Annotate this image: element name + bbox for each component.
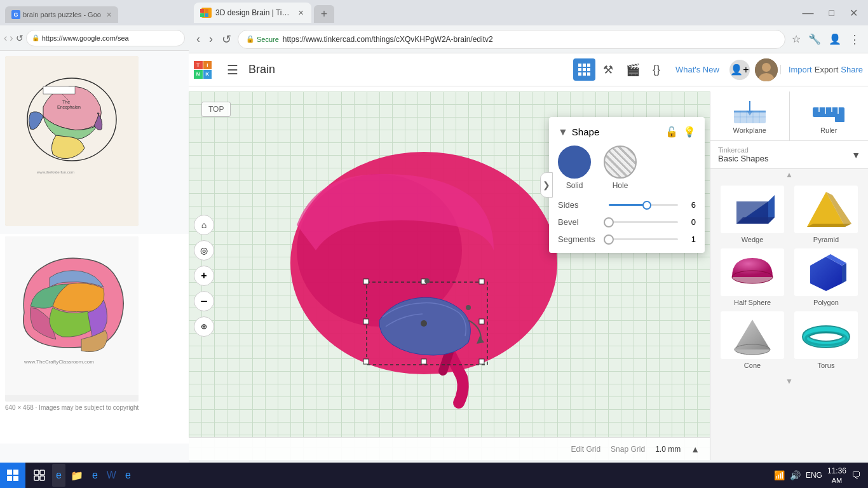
- zoom-in-btn[interactable]: +: [194, 266, 214, 286]
- half-sphere-label: Half Sphere: [734, 299, 771, 306]
- workplane-label: Workplane: [733, 126, 766, 134]
- lock-panel-icon[interactable]: 🔓: [665, 126, 678, 138]
- orbit-btn[interactable]: ◎: [194, 240, 214, 261]
- word-taskbar[interactable]: W: [103, 464, 120, 487]
- info-icon[interactable]: 💡: [683, 126, 696, 138]
- speaker-icon: 🔊: [790, 470, 801, 480]
- svg-marker-80: [842, 263, 846, 283]
- google-back-btn[interactable]: ‹: [4, 32, 7, 44]
- canvas-area[interactable]: TOP ⌂ ◎ + − ⊕: [189, 92, 710, 460]
- edit-view-btn[interactable]: ⚒: [598, 58, 618, 82]
- sides-slider[interactable]: [609, 204, 678, 206]
- user-avatar[interactable]: [755, 58, 778, 81]
- task-view-btn[interactable]: [28, 463, 51, 488]
- google-address-bar[interactable]: 🔒 https://www.google.com/sea: [26, 30, 185, 46]
- account-btn[interactable]: 👤: [826, 30, 844, 49]
- shape-panel-header: ▼ Shape 🔓 💡: [558, 126, 696, 138]
- secure-label: Secure: [257, 36, 279, 43]
- torus-label: Torus: [818, 362, 835, 369]
- snap-up-btn[interactable]: ▲: [691, 444, 700, 454]
- shape-half-sphere[interactable]: Half Sphere: [718, 248, 787, 306]
- shape-wedge[interactable]: Wedge: [718, 186, 787, 243]
- scroll-up-arrow: ▲: [785, 170, 793, 179]
- new-tab-btn[interactable]: +: [314, 5, 334, 23]
- home-view-btn[interactable]: ⌂: [194, 215, 214, 235]
- file-explorer-taskbar[interactable]: 📁: [67, 464, 87, 487]
- shape-polygon[interactable]: Polygon: [792, 248, 860, 306]
- solid-label: Solid: [566, 181, 583, 190]
- workplane-btn[interactable]: Workplane: [710, 92, 790, 140]
- google-refresh-btn[interactable]: ↺: [16, 33, 24, 43]
- app-bar: T I N K ☰ Brain: [189, 53, 868, 86]
- windows-icon: [6, 469, 19, 482]
- back-btn[interactable]: ‹: [194, 30, 203, 48]
- start-btn[interactable]: [0, 463, 25, 488]
- svg-rect-49: [479, 359, 484, 364]
- category-name: Tinkercad: [718, 146, 769, 154]
- hamburger-btn[interactable]: ☰: [222, 57, 243, 83]
- category-dropdown-arrow[interactable]: ▼: [851, 150, 860, 160]
- shapes-category-header: Tinkercad Basic Shapes ▼: [710, 141, 868, 169]
- simulate-btn[interactable]: 🎬: [621, 58, 645, 82]
- collapse-panel-btn[interactable]: ❯: [540, 172, 553, 198]
- maximize-btn[interactable]: □: [824, 6, 839, 20]
- zoom-out-btn[interactable]: −: [194, 291, 214, 311]
- edit-grid-label[interactable]: Edit Grid: [571, 445, 600, 454]
- tinkercad-tab-close[interactable]: ✕: [298, 9, 304, 17]
- shape-torus[interactable]: Torus: [792, 311, 860, 369]
- minimize-btn[interactable]: —: [797, 6, 819, 20]
- bevel-slider-thumb[interactable]: [604, 217, 614, 227]
- url-bar[interactable]: 🔒 Secure https://www.tinkercad.com/thing…: [238, 30, 785, 49]
- scroll-down[interactable]: ▼: [710, 374, 868, 388]
- time-display: 11:36: [827, 466, 846, 477]
- google-tab-close[interactable]: ✕: [106, 11, 112, 19]
- brain-image-1: The Encephalon www.thefolderfun.com: [5, 56, 139, 226]
- svg-point-11: [762, 63, 771, 72]
- brain-image-2-container: www.TheCraftyClassroom.com 640 × 468 · I…: [0, 234, 189, 444]
- code-btn[interactable]: {}: [648, 58, 665, 81]
- refresh-btn[interactable]: ↺: [219, 30, 234, 49]
- bookmark-btn[interactable]: ☆: [789, 30, 803, 49]
- extensions-btn[interactable]: 🔧: [806, 30, 824, 49]
- svg-rect-87: [7, 470, 12, 475]
- import-btn[interactable]: Import: [780, 65, 812, 74]
- shape-properties: Sides 6 Bevel 0: [558, 200, 696, 244]
- segments-slider[interactable]: [609, 238, 678, 240]
- sides-slider-thumb[interactable]: [642, 201, 651, 210]
- snap-grid-label: Snap Grid: [611, 445, 645, 454]
- segments-slider-thumb[interactable]: [604, 234, 614, 245]
- more-btn[interactable]: ⋮: [846, 30, 863, 49]
- user-area: 👤+: [729, 60, 750, 80]
- hole-circle: [604, 146, 637, 179]
- ie2-taskbar[interactable]: e: [88, 464, 102, 487]
- shape-pyramid[interactable]: Pyramid: [792, 186, 860, 243]
- export-btn[interactable]: Export: [815, 65, 839, 74]
- google-forward-btn[interactable]: ›: [10, 32, 13, 44]
- bevel-row: Bevel 0: [558, 217, 696, 227]
- close-btn[interactable]: ✕: [844, 6, 863, 20]
- ie-browser-taskbar[interactable]: e: [52, 464, 65, 487]
- panel-collapse-arrow[interactable]: ▼: [558, 126, 568, 138]
- grid-view-btn[interactable]: [573, 58, 595, 81]
- ie3-taskbar[interactable]: e: [121, 464, 135, 487]
- scroll-up[interactable]: ▲: [710, 169, 868, 180]
- shape-cone[interactable]: Cone: [718, 311, 787, 369]
- add-user-btn[interactable]: 👤+: [729, 60, 750, 80]
- ruler-btn[interactable]: Ruler: [790, 92, 869, 140]
- whats-new-btn[interactable]: What's New: [668, 61, 727, 78]
- tinkercad-tab-label: 3D design Brain | Tinkerc...: [215, 8, 292, 17]
- logo-n: N: [194, 70, 203, 79]
- tinkercad-tab[interactable]: 3D design Brain | Tinkerc... ✕: [194, 3, 311, 23]
- svg-marker-73: [736, 217, 775, 224]
- forward-btn[interactable]: ›: [207, 30, 215, 48]
- fit-view-btn[interactable]: ⊕: [194, 316, 214, 337]
- share-btn[interactable]: Share: [841, 65, 863, 74]
- hole-option[interactable]: Hole: [604, 146, 637, 190]
- google-url: https://www.google.com/sea: [42, 34, 129, 42]
- workplane-ruler-section: Workplane Ruler: [710, 92, 868, 141]
- bevel-slider[interactable]: [609, 221, 678, 223]
- notification-icon[interactable]: 🗨: [851, 470, 860, 480]
- bevel-label: Bevel: [558, 217, 604, 227]
- svg-rect-64: [813, 107, 844, 117]
- solid-option[interactable]: Solid: [558, 146, 591, 190]
